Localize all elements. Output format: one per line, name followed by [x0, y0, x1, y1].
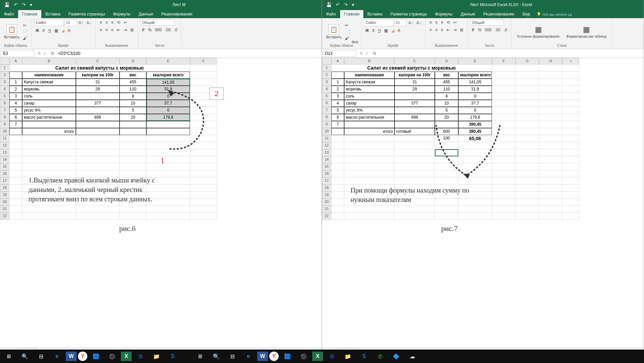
- cell-E14[interactable]: [458, 156, 492, 163]
- cell-B4[interactable]: морковь: [22, 86, 76, 93]
- row-header-3[interactable]: 3: [0, 79, 9, 86]
- cell-F7[interactable]: [492, 107, 515, 114]
- cell-E22[interactable]: [146, 213, 190, 220]
- skype-icon[interactable]: S: [165, 350, 180, 362]
- row-header-22[interactable]: 22: [0, 213, 9, 220]
- cell-I22[interactable]: [562, 213, 579, 220]
- cell-E5[interactable]: 0: [458, 93, 492, 100]
- cell-E2[interactable]: ккалории всего: [146, 72, 190, 79]
- cell-G11[interactable]: [515, 135, 539, 142]
- cell-G6[interactable]: [515, 100, 539, 107]
- increase-decimal-icon[interactable]: .00: [164, 27, 172, 33]
- cell-D6[interactable]: 10: [435, 100, 458, 107]
- cell-B17[interactable]: [344, 177, 395, 185]
- cell-F20[interactable]: [190, 199, 217, 206]
- cell-B21[interactable]: [344, 206, 395, 213]
- tab-home[interactable]: Главная: [18, 10, 42, 18]
- cell-E9[interactable]: 390,45: [458, 121, 492, 128]
- cell-F14[interactable]: [492, 156, 515, 163]
- cell-H13[interactable]: [539, 149, 562, 156]
- cell-E10[interactable]: 390,45: [458, 128, 492, 135]
- cell-A3[interactable]: 1: [9, 79, 22, 86]
- row-header-17[interactable]: 17: [322, 177, 331, 185]
- decrease-indent-icon[interactable]: ⇤: [445, 27, 451, 33]
- decrease-font-icon[interactable]: A↓: [415, 20, 422, 26]
- row-header-19[interactable]: 19: [322, 192, 331, 199]
- cell-E6[interactable]: 37,7: [146, 100, 190, 107]
- cell-B2[interactable]: наименование: [344, 72, 395, 79]
- cell-A18[interactable]: [331, 185, 344, 192]
- font-name-select[interactable]: Calibri: [364, 19, 394, 26]
- cell-C6[interactable]: 377: [395, 100, 435, 107]
- cell-C12[interactable]: [395, 142, 435, 149]
- cell-B4[interactable]: морковь: [344, 86, 395, 93]
- col-header-E[interactable]: E: [458, 58, 492, 65]
- cell-D12[interactable]: [120, 142, 146, 149]
- cell-C8[interactable]: 899: [76, 114, 120, 121]
- cell-D8[interactable]: 20: [435, 114, 458, 121]
- cell-H9[interactable]: [539, 121, 562, 128]
- cell-H8[interactable]: [539, 114, 562, 121]
- cell-G16[interactable]: [515, 170, 539, 177]
- row-header-18[interactable]: 18: [322, 185, 331, 192]
- cell-I14[interactable]: [562, 156, 579, 163]
- cell-F2[interactable]: [492, 72, 515, 79]
- currency-icon[interactable]: ₽: [470, 27, 476, 33]
- formula-input[interactable]: =D3*C3/100: [56, 50, 322, 56]
- cell-A2[interactable]: [331, 72, 344, 79]
- row-header-20[interactable]: 20: [0, 199, 9, 206]
- cell-E8[interactable]: 179,8: [146, 114, 190, 121]
- cell-F4[interactable]: [492, 86, 515, 93]
- cell-A20[interactable]: [331, 199, 344, 206]
- cell-C14[interactable]: [76, 156, 120, 163]
- row-header-18[interactable]: 18: [0, 185, 9, 192]
- cell-D2[interactable]: вес: [435, 72, 458, 79]
- cell-A7[interactable]: 5: [331, 107, 344, 114]
- cell-C14[interactable]: [395, 156, 435, 163]
- tab-insert[interactable]: Вставка: [363, 10, 386, 18]
- font-color-icon[interactable]: A: [396, 28, 402, 34]
- cell-D14[interactable]: [120, 156, 146, 163]
- row-header-22[interactable]: 22: [322, 213, 331, 220]
- cell-F6[interactable]: [492, 100, 515, 107]
- increase-indent-icon[interactable]: ⇥: [452, 27, 458, 33]
- cell-D6[interactable]: 10: [120, 100, 146, 107]
- cell-I12[interactable]: [562, 142, 579, 149]
- decrease-indent-icon[interactable]: ⇤: [116, 27, 122, 33]
- align-left-icon[interactable]: ≡: [98, 27, 103, 33]
- cell-C9[interactable]: [76, 121, 120, 128]
- excel-icon[interactable]: X: [312, 352, 323, 361]
- cell-E3[interactable]: 141,05: [458, 79, 492, 86]
- tab-page-layout[interactable]: Разметка страницы: [386, 10, 431, 18]
- percent-icon[interactable]: %: [476, 27, 483, 33]
- row-header-21[interactable]: 21: [0, 206, 9, 213]
- decrease-decimal-icon[interactable]: .0: [502, 27, 508, 33]
- cell-H2[interactable]: [539, 72, 562, 79]
- cell-C15[interactable]: [76, 163, 120, 170]
- row-header-6[interactable]: 6: [322, 100, 331, 107]
- cell-D10[interactable]: 600: [435, 128, 458, 135]
- cell-C22[interactable]: [395, 213, 435, 220]
- cell-F11[interactable]: [190, 135, 217, 142]
- excel-icon[interactable]: X: [121, 352, 132, 361]
- cell-F8[interactable]: [492, 114, 515, 121]
- cell-F10[interactable]: [190, 128, 217, 135]
- cell-H15[interactable]: [539, 163, 562, 170]
- save-icon[interactable]: 💾: [326, 2, 332, 7]
- cell-F21[interactable]: [492, 206, 515, 213]
- wrap-text-icon[interactable]: ↩: [452, 19, 458, 26]
- cell-H11[interactable]: [539, 135, 562, 142]
- col-header-B[interactable]: B: [344, 58, 395, 65]
- cell-I1[interactable]: [562, 65, 579, 72]
- cell-E12[interactable]: [146, 142, 190, 149]
- cell-G9[interactable]: [515, 121, 539, 128]
- cell-D13[interactable]: [435, 149, 458, 156]
- row-header-17[interactable]: 17: [0, 177, 9, 185]
- cell-A13[interactable]: [9, 149, 22, 156]
- cell-E5[interactable]: 0: [146, 93, 190, 100]
- cell-C3[interactable]: 31: [76, 79, 120, 86]
- align-bottom-icon[interactable]: ≡: [440, 19, 445, 26]
- cell-A22[interactable]: [331, 213, 344, 220]
- conditional-formatting-button[interactable]: ▦ Условное форматирование: [514, 24, 562, 40]
- cell-F12[interactable]: [492, 142, 515, 149]
